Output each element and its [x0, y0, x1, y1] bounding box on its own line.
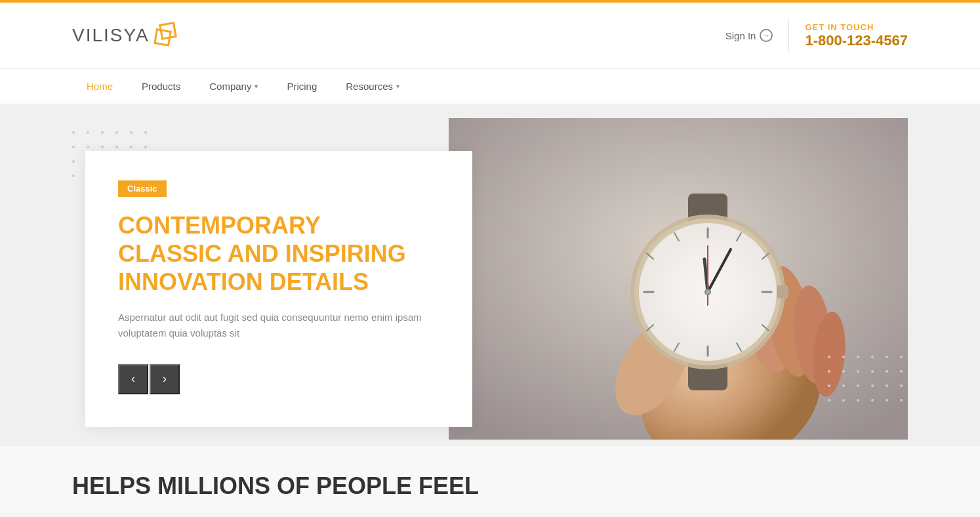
sign-in-button[interactable]: Sign In →: [725, 29, 773, 42]
logo-icon: [155, 23, 180, 48]
hero-nav-arrows: ‹ ›: [118, 364, 439, 394]
hero-title: CONTEMPORARY CLASSIC AND INSPIRING INNOV…: [118, 211, 439, 297]
get-in-touch-label: GET IN TOUCH: [805, 22, 908, 32]
header-divider: [788, 19, 789, 52]
nav-item-home[interactable]: Home: [72, 69, 127, 104]
bottom-section: HELPS MILLIONS OF PEOPLE FEEL: [0, 446, 980, 513]
bottom-title: HELPS MILLIONS OF PEOPLE FEEL: [72, 472, 908, 500]
phone-number: 1-800-123-4567: [805, 32, 908, 49]
main-nav: Home Products Company ▾ Pricing Resource…: [0, 68, 980, 105]
logo-text: VILISYA: [72, 25, 150, 46]
svg-point-29: [706, 290, 710, 294]
resources-chevron-icon: ▾: [396, 83, 399, 90]
next-button[interactable]: ›: [150, 364, 180, 394]
nav-item-company[interactable]: Company ▾: [195, 69, 272, 104]
hero-description: Aspernatur aut odit aut fugit sed quia c…: [118, 310, 439, 341]
hero-badge: Classic: [118, 180, 167, 197]
company-chevron-icon: ▾: [255, 83, 258, 90]
hero-section: Classic CONTEMPORARY CLASSIC AND INSPIRI…: [0, 105, 980, 446]
nav-item-resources[interactable]: Resources ▾: [331, 69, 414, 104]
prev-button[interactable]: ‹: [118, 364, 148, 394]
header: VILISYA Sign In → GET IN TOUCH 1-800-123…: [0, 3, 980, 68]
hero-content-card: Classic CONTEMPORARY CLASSIC AND INSPIRI…: [85, 151, 472, 427]
logo[interactable]: VILISYA: [72, 23, 180, 48]
nav-item-products[interactable]: Products: [127, 69, 195, 104]
svg-rect-12: [777, 285, 788, 299]
contact-info: GET IN TOUCH 1-800-123-4567: [805, 22, 908, 49]
nav-item-pricing[interactable]: Pricing: [272, 69, 331, 104]
sign-in-label: Sign In: [725, 30, 756, 41]
sign-in-arrow-icon: →: [760, 29, 773, 42]
dots-pattern-bottom-right: [828, 356, 908, 407]
header-right: Sign In → GET IN TOUCH 1-800-123-4567: [725, 19, 908, 52]
